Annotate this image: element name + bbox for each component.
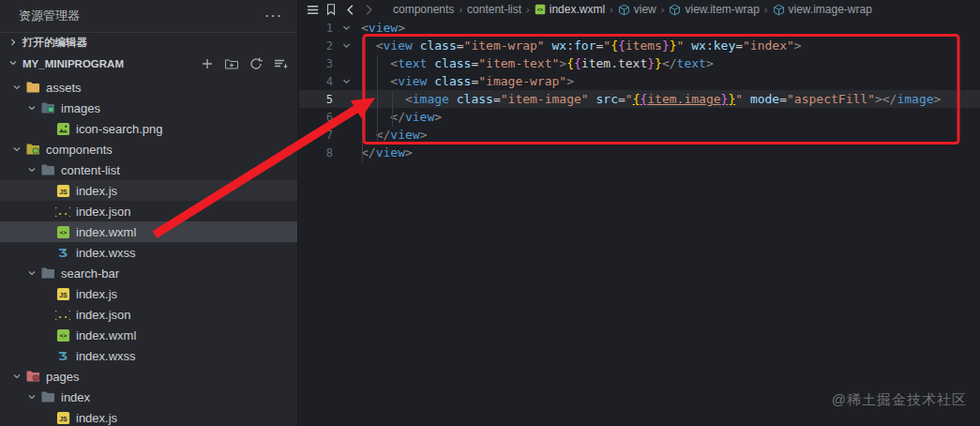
chevron-down-icon[interactable] xyxy=(24,100,39,115)
code-token: </ xyxy=(882,92,897,106)
breadcrumb-item-index-wxml[interactable]: <>index.wxml xyxy=(535,3,605,16)
code-token: > xyxy=(566,74,574,88)
svg-text:{..}: {..} xyxy=(55,310,70,320)
tree-item-index[interactable]: index xyxy=(0,387,297,407)
tree-item-index-wxml[interactable]: <>index.wxml xyxy=(0,325,297,345)
breadcrumb-separator: › xyxy=(610,4,613,15)
breadcrumb-item-view-image-wrap[interactable]: view.image-wrap xyxy=(773,3,872,16)
code-line-5[interactable]: 5 <image class="item-image" src="{{item.… xyxy=(299,90,980,108)
bookmark-icon[interactable] xyxy=(324,2,339,17)
tree-item-components[interactable]: components xyxy=(0,139,297,160)
code-line-4[interactable]: 4 <view class="image-wrap"> xyxy=(299,72,980,90)
wxss-file-icon: Ʒ xyxy=(54,348,71,363)
code-token: > xyxy=(405,145,413,160)
line-number[interactable]: 3 xyxy=(299,57,337,70)
indent-spacer xyxy=(39,348,54,363)
code-token: < xyxy=(361,21,369,35)
breadcrumb-item-view-item-wrap[interactable]: view.item-wrap xyxy=(669,3,759,16)
code-token: > xyxy=(420,128,428,142)
code-line-1[interactable]: 1<view> xyxy=(299,19,980,37)
code-token: class xyxy=(420,38,457,53)
tree-item-label: index.wxss xyxy=(76,246,136,260)
breadcrumb-item-view[interactable]: view xyxy=(618,3,656,16)
fold-chevron-icon[interactable] xyxy=(337,76,355,86)
code-token: text xyxy=(398,56,427,70)
breadcrumb-label: view xyxy=(634,3,656,16)
code-token: > xyxy=(934,92,942,106)
code-line-3[interactable]: 3 <text class="item-text">{{item.text}}<… xyxy=(299,54,980,72)
tree-item-label: icon-search.png xyxy=(76,122,163,136)
line-number[interactable]: 5 xyxy=(299,93,337,106)
code-token: } xyxy=(655,56,662,70)
code-token: } xyxy=(647,56,655,70)
line-number[interactable]: 4 xyxy=(299,75,337,88)
tree-item-label: index.js xyxy=(76,411,117,425)
chevron-down-icon[interactable] xyxy=(24,162,39,177)
tree-item-assets[interactable]: assets xyxy=(0,77,297,98)
cube-symbol-icon xyxy=(618,4,630,16)
new-file-icon[interactable] xyxy=(200,56,215,71)
tree-item-index-json[interactable]: {..}index.json xyxy=(0,304,297,325)
line-number[interactable]: 7 xyxy=(299,129,337,142)
tree-item-index-wxss[interactable]: Ʒindex.wxss xyxy=(0,242,297,263)
tree-item-label: search-bar xyxy=(61,266,119,281)
code-token: { xyxy=(618,38,626,53)
tree-item-index-js[interactable]: JSindex.js xyxy=(0,283,297,304)
png-file-icon xyxy=(54,121,71,136)
tree-item-search-bar[interactable]: search-bar xyxy=(0,263,297,283)
chevron-down-icon[interactable] xyxy=(9,142,24,157)
tree-item-label: images xyxy=(61,101,100,115)
code-text: <view class="image-wrap"> xyxy=(355,74,574,88)
breadcrumb-item-content-list[interactable]: content-list xyxy=(467,3,521,16)
line-number[interactable]: 6 xyxy=(299,111,337,124)
code-line-7[interactable]: 7 </view> xyxy=(299,126,980,144)
fold-chevron-icon[interactable] xyxy=(337,23,355,33)
fold-chevron-icon[interactable] xyxy=(337,40,355,51)
cube-symbol-icon xyxy=(773,4,785,16)
tree-item-index-wxml[interactable]: <>index.wxml xyxy=(0,221,297,242)
tree-item-index-js[interactable]: JSindex.js xyxy=(0,407,297,426)
open-editors-section[interactable]: 打开的编辑器 xyxy=(0,32,297,53)
svg-text:JS: JS xyxy=(59,188,68,194)
code-token: view xyxy=(376,145,405,160)
new-folder-icon[interactable] xyxy=(224,56,239,71)
tree-item-label: components xyxy=(46,143,113,157)
tree-item-index-wxss[interactable]: Ʒindex.wxss xyxy=(0,345,297,366)
breadcrumb-item-components[interactable]: components xyxy=(393,3,454,16)
code-text: </view> xyxy=(355,110,442,124)
tree-item-label: index.wxss xyxy=(76,349,136,363)
chevron-down-icon[interactable] xyxy=(9,80,24,95)
code-line-2[interactable]: 2 <view class="item-wrap" wx:for="{{item… xyxy=(299,37,980,54)
tree-item-images[interactable]: images xyxy=(0,98,297,118)
more-actions-icon[interactable]: ··· xyxy=(261,8,286,24)
line-number[interactable]: 1 xyxy=(299,22,337,35)
code-area[interactable]: 1<view>2 <view class="item-wrap" wx:for=… xyxy=(299,19,980,426)
code-line-8[interactable]: 8</view> xyxy=(299,144,980,161)
chevron-down-icon[interactable] xyxy=(24,266,39,281)
code-token: > xyxy=(559,56,566,70)
svg-text:JS: JS xyxy=(59,415,68,421)
line-number[interactable]: 2 xyxy=(299,39,337,53)
line-number[interactable]: 8 xyxy=(299,146,337,160)
code-token: image xyxy=(413,92,449,106)
tree-item-index-json[interactable]: {..}index.json xyxy=(0,201,297,221)
navigate-back-icon[interactable] xyxy=(342,2,357,17)
tree-item-content-list[interactable]: content-list xyxy=(0,160,297,180)
refresh-icon[interactable] xyxy=(249,56,264,71)
chevron-down-icon[interactable] xyxy=(9,369,24,384)
code-line-6[interactable]: 6 </view> xyxy=(299,108,980,126)
outline-menu-icon[interactable] xyxy=(305,2,320,17)
indent-spacer xyxy=(39,204,54,219)
tree-item-index-js[interactable]: JSindex.js xyxy=(0,180,297,201)
navigate-forward-icon[interactable] xyxy=(361,2,376,17)
collapse-all-icon[interactable] xyxy=(273,56,288,71)
folder-icon xyxy=(39,389,56,404)
project-section-header[interactable]: MY_MINIPROGRAM xyxy=(0,53,297,75)
project-name: MY_MINIPROGRAM xyxy=(23,58,124,69)
tree-item-icon-search-png[interactable]: icon-search.png xyxy=(0,118,297,139)
code-token: </ xyxy=(376,128,391,142)
tree-item-label: index.wxml xyxy=(76,328,136,342)
chevron-down-icon[interactable] xyxy=(24,389,39,404)
tree-item-pages[interactable]: pages xyxy=(0,366,297,387)
code-token: view xyxy=(383,38,412,53)
